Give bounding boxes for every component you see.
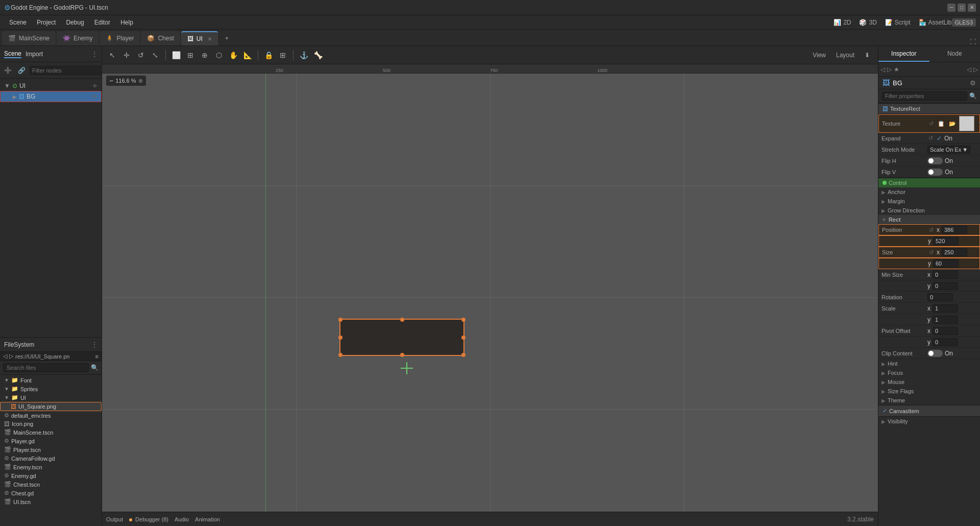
eye-icon-ui[interactable]: 👁 <box>92 83 97 89</box>
texture-reset-button[interactable]: ↺ <box>928 121 935 127</box>
size-x-input[interactable] <box>942 248 967 256</box>
filter-nodes-input[interactable] <box>30 66 105 75</box>
scale-x-input[interactable] <box>933 304 958 313</box>
handle-tr[interactable] <box>461 318 465 322</box>
focus-collapsible[interactable]: ▶ Focus <box>878 368 980 377</box>
fs-item-ui-square[interactable]: 🖼 UI_Square.png <box>0 402 102 411</box>
fs-item-mainscene[interactable]: 🎬 MainScene.tscn <box>0 428 102 437</box>
fs-item-font[interactable]: ▼ 📁 Font <box>0 376 102 385</box>
add-node-button[interactable]: ➕ <box>2 66 14 75</box>
texture-load-button[interactable]: 📂 <box>948 121 957 127</box>
group-tool[interactable]: ⊞ <box>277 49 289 61</box>
min-size-x-input[interactable] <box>933 271 958 279</box>
download-button[interactable]: ⬇ <box>861 51 874 60</box>
size-y-input[interactable] <box>933 259 959 268</box>
expand-icon[interactable]: ⛶ <box>970 38 976 45</box>
layout-button[interactable]: Layout <box>832 51 859 60</box>
texture-dropdown[interactable]: ▼ <box>976 121 980 127</box>
inspector-tab-node[interactable]: Node <box>929 46 981 62</box>
handle-br[interactable] <box>461 353 465 357</box>
view-button[interactable]: View <box>808 51 830 60</box>
tab-enemy[interactable]: 👾 Enemy <box>57 31 99 45</box>
handle-bm[interactable] <box>400 353 404 357</box>
panel-menu-icon[interactable]: ⋮ <box>91 51 97 58</box>
pivot-y-input[interactable] <box>933 338 958 346</box>
filter-properties-input[interactable] <box>881 91 967 101</box>
maximize-button[interactable]: □ <box>958 4 966 12</box>
margin-collapsible[interactable]: ▶ Margin <box>878 197 980 206</box>
3d-button[interactable]: 🎲 3D <box>859 19 876 26</box>
handle-tm[interactable] <box>400 318 404 322</box>
fs-item-sprites[interactable]: ▼ 📁 Sprites <box>0 385 102 393</box>
lock-tool[interactable]: 🔒 <box>262 49 275 61</box>
grow-direction-collapsible[interactable]: ▶ Grow Direction <box>878 206 980 215</box>
ui-canvas-element[interactable] <box>339 319 464 356</box>
eye-icon-bg[interactable]: 👁 <box>92 94 97 100</box>
fs-item-player-gd[interactable]: ⚙ Player.gd <box>0 437 102 445</box>
rect-tool[interactable]: ⬜ <box>170 49 182 61</box>
menu-help[interactable]: Help <box>115 17 138 28</box>
scene-tab-button[interactable]: Scene <box>4 50 21 58</box>
texture-edit-button[interactable]: 📋 <box>937 121 946 127</box>
2d-button[interactable]: 📊 2D <box>834 19 851 26</box>
menu-editor[interactable]: Editor <box>89 17 115 28</box>
canvas-container[interactable]: − 116.6 % ⊕ <box>102 74 878 512</box>
tab-chest[interactable]: 📦 Chest <box>141 31 180 45</box>
inspector-history-forward[interactable]: ▷ <box>887 66 892 73</box>
expand-reset-button[interactable]: ↺ <box>927 135 934 141</box>
output-tab[interactable]: Output <box>106 516 123 522</box>
fs-item-chest-gd[interactable]: ⚙ Chest.gd <box>0 489 102 497</box>
fs-item-enemy-tscn[interactable]: 🎬 Enemy.tscn <box>0 463 102 471</box>
handle-ml[interactable] <box>338 336 342 340</box>
texture-preview[interactable] <box>959 116 974 131</box>
anchor-tool[interactable]: ⚓ <box>298 49 310 61</box>
animation-tab[interactable]: Animation <box>195 516 220 522</box>
debugger-tab[interactable]: Debugger (8) <box>129 516 168 522</box>
minimize-button[interactable]: ─ <box>947 4 955 12</box>
pivot-x-input[interactable] <box>933 327 958 335</box>
zoom-minus-button[interactable]: − <box>109 77 113 85</box>
anchor-collapsible[interactable]: ▶ Anchor <box>878 187 980 197</box>
import-tab-button[interactable]: Import <box>26 51 43 58</box>
scale-tool[interactable]: ⤡ <box>149 49 161 61</box>
tree-item-bg[interactable]: ▶ 🖼 BG 👁 <box>0 91 102 102</box>
fs-split-icon[interactable]: ≡ <box>95 353 99 360</box>
visibility-collapsible[interactable]: ▶ Visibility <box>878 417 980 426</box>
fs-item-chest-tscn[interactable]: 🎬 Chest.tscn <box>0 480 102 489</box>
menu-scene[interactable]: Scene <box>4 17 32 28</box>
select-tool[interactable]: ↖ <box>106 49 118 61</box>
tree-item-ui[interactable]: ▼ ⊙ UI 👁 <box>0 81 102 91</box>
theme-collapsible[interactable]: ▶ Theme <box>878 396 980 405</box>
inspector-bookmark[interactable]: ★ <box>894 66 899 73</box>
menu-project[interactable]: Project <box>32 17 61 28</box>
move-tool[interactable]: ✛ <box>120 49 133 61</box>
ruler-tool[interactable]: 📐 <box>241 49 254 61</box>
rotate-tool[interactable]: ↺ <box>135 49 147 61</box>
menu-debug[interactable]: Debug <box>61 17 89 28</box>
handle-mr[interactable] <box>461 336 465 340</box>
hint-collapsible[interactable]: ▶ Hint <box>878 359 980 368</box>
bone-tool[interactable]: 🦴 <box>312 49 324 61</box>
grid-tool[interactable]: ⊞ <box>184 49 197 61</box>
flip-h-toggle[interactable] <box>927 157 943 164</box>
tab-ui[interactable]: 🖼 UI ✕ <box>181 31 218 45</box>
pivot-tool[interactable]: ⬡ <box>213 49 225 61</box>
position-reset-button[interactable]: ↺ <box>928 227 935 233</box>
audio-tab[interactable]: Audio <box>175 516 189 522</box>
position-x-input[interactable] <box>942 226 967 234</box>
tab-ui-close[interactable]: ✕ <box>208 36 212 42</box>
script-button[interactable]: 📝 Script <box>885 19 911 26</box>
snap-tool[interactable]: ⊕ <box>199 49 211 61</box>
fs-item-camerafollow[interactable]: ⚙ CameraFollow.gd <box>0 454 102 463</box>
link-node-button[interactable]: 🔗 <box>16 66 28 75</box>
handle-tl[interactable] <box>338 318 342 322</box>
fs-item-icon[interactable]: 🖼 Icon.png <box>0 420 102 428</box>
inspector-history-back[interactable]: ◁ <box>880 66 885 73</box>
fs-forward-button[interactable]: ▷ <box>9 353 13 360</box>
pan-tool[interactable]: ✋ <box>227 49 239 61</box>
rotation-input[interactable] <box>927 293 953 301</box>
mouse-collapsible[interactable]: ▶ Mouse <box>878 377 980 387</box>
tab-player[interactable]: 🧍 Player <box>100 31 140 45</box>
min-size-y-input[interactable] <box>933 282 958 290</box>
position-y-input[interactable] <box>933 237 959 245</box>
